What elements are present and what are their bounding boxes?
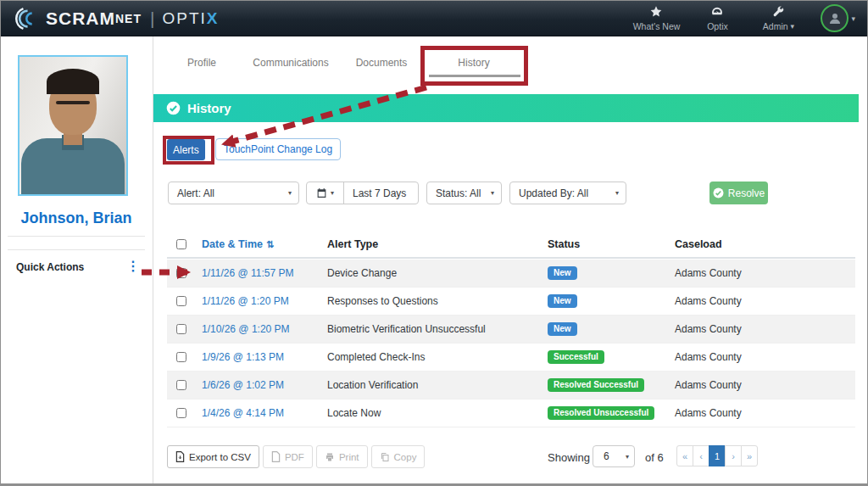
calendar-icon xyxy=(316,187,327,198)
alert-type: Locate Now xyxy=(327,407,381,419)
alert-type: Location Verification xyxy=(327,379,418,391)
col-header-date-time[interactable]: Date & Time⇅ xyxy=(202,238,274,250)
resolve-check-icon xyxy=(713,187,724,198)
nav-optix-label: Optix xyxy=(707,21,728,31)
print-button[interactable]: Print xyxy=(316,445,368,468)
sidebar-rule-1 xyxy=(8,236,145,237)
export-csv-label: Export to CSV xyxy=(189,452,251,462)
copy-icon xyxy=(380,452,390,462)
print-label: Print xyxy=(339,452,359,462)
row-checkbox[interactable] xyxy=(176,296,186,306)
history-panel-header: History xyxy=(153,94,859,122)
table-header-rule xyxy=(167,257,855,259)
page-1-button[interactable]: 1 xyxy=(709,445,726,466)
sidebar-rule-2 xyxy=(8,249,145,250)
caseload: Adams County xyxy=(675,323,742,335)
subtab-alerts[interactable]: Alerts xyxy=(167,139,205,160)
brand-net: NET xyxy=(115,12,142,25)
active-tab-underline xyxy=(429,75,520,77)
status-badge: Resolved Unsuccessful xyxy=(548,406,654,420)
select-all-checkbox[interactable] xyxy=(176,239,186,249)
scramnet-swoosh-icon xyxy=(11,6,40,31)
status-filter-select[interactable]: Status: All ▾ xyxy=(426,182,502,204)
tab-history[interactable]: History xyxy=(458,57,489,69)
row-checkbox[interactable] xyxy=(176,324,186,334)
panel-title: History xyxy=(187,101,231,115)
brand-x: X xyxy=(207,9,218,28)
page-size-select[interactable]: 6 ▾ xyxy=(593,445,635,467)
alert-date-link[interactable]: 1/11/26 @ 1:20 PM xyxy=(202,295,289,307)
nav-whats-new-label: What's New xyxy=(633,21,681,31)
table-row: 1/10/26 @ 1:20 PM Biometric Verification… xyxy=(167,316,855,344)
quick-actions-label: Quick Actions xyxy=(16,261,84,273)
resolve-button[interactable]: Resolve xyxy=(709,182,768,204)
showing-label: Showing xyxy=(548,451,590,464)
printer-icon xyxy=(325,452,335,462)
row-checkbox[interactable] xyxy=(176,268,186,278)
tab-profile[interactable]: Profile xyxy=(187,57,216,69)
check-circle-icon xyxy=(166,101,181,115)
alert-date-link[interactable]: 1/4/26 @ 4:14 PM xyxy=(202,407,284,419)
admin-caret-icon: ▾ xyxy=(791,22,795,31)
row-checkbox[interactable] xyxy=(176,380,186,390)
nav-admin-label-row: Admin▾ xyxy=(763,21,794,31)
alert-type: Device Change xyxy=(327,267,397,279)
chevron-down-icon: ▾ xyxy=(491,189,494,197)
nav-admin[interactable]: Admin▾ xyxy=(748,5,809,31)
photo-hair xyxy=(47,69,99,94)
alert-date-link[interactable]: 1/6/26 @ 1:02 PM xyxy=(202,379,284,391)
table-row: 1/11/26 @ 1:20 PM Responses to Questions… xyxy=(167,288,855,316)
alert-type: Completed Check-Ins xyxy=(327,351,425,363)
page-prev-button[interactable]: ‹ xyxy=(693,445,709,466)
avatar-caret-icon: ▾ xyxy=(851,14,855,23)
brand-logo[interactable]: SCRAM NET | OPTI X xyxy=(11,6,218,31)
alert-date-link[interactable]: 1/9/26 @ 1:13 PM xyxy=(202,351,284,363)
row-checkbox[interactable] xyxy=(176,408,186,418)
user-menu[interactable]: ▾ xyxy=(821,4,855,32)
page-next-button[interactable]: › xyxy=(725,445,742,466)
caseload: Adams County xyxy=(675,267,742,279)
status-badge: Resolved Successful xyxy=(548,378,644,392)
chevron-down-icon: ▾ xyxy=(288,189,292,197)
alert-type: Biometric Verification Unsuccessful xyxy=(327,323,486,335)
file-csv-icon xyxy=(175,451,185,462)
avatar[interactable] xyxy=(821,4,849,32)
pagination: « ‹ 1 › » xyxy=(676,445,758,466)
date-range-control[interactable]: ▾ Last 7 Days xyxy=(306,182,419,204)
alert-filter-select[interactable]: Alert: All ▾ xyxy=(168,182,299,204)
copy-button[interactable]: Copy xyxy=(371,445,426,468)
nav-optix[interactable]: Optix xyxy=(687,5,748,31)
gauge-icon xyxy=(710,5,724,19)
status-badge: New xyxy=(548,266,577,280)
pdf-button[interactable]: PDF xyxy=(263,445,313,468)
quick-actions-menu-icon[interactable]: ⋮ xyxy=(126,258,140,274)
alert-date-link[interactable]: 1/11/26 @ 11:57 PM xyxy=(202,267,293,279)
tab-communications[interactable]: Communications xyxy=(253,57,328,69)
page-last-button[interactable]: » xyxy=(741,445,758,466)
caseload: Adams County xyxy=(675,351,742,363)
calendar-dropdown[interactable]: ▾ xyxy=(307,182,344,204)
caseload: Adams County xyxy=(675,379,742,391)
alert-date-link[interactable]: 1/10/26 @ 1:20 PM xyxy=(202,323,290,335)
nav-whats-new[interactable]: What's New xyxy=(626,5,687,31)
updated-by-filter-select[interactable]: Updated By: All ▾ xyxy=(509,182,626,204)
export-csv-button[interactable]: Export to CSV xyxy=(167,445,259,468)
brand-scram: SCRAM xyxy=(46,8,115,29)
star-icon xyxy=(649,5,663,19)
subtab-touchpoint-change-log[interactable]: TouchPoint Change Log xyxy=(215,138,341,160)
resolve-label: Resolve xyxy=(728,187,765,199)
file-pdf-icon xyxy=(271,451,281,462)
status-badge: New xyxy=(548,294,577,308)
row-checkbox[interactable] xyxy=(176,352,186,362)
photo-brow xyxy=(56,101,90,104)
sort-icon[interactable]: ⇅ xyxy=(266,239,274,249)
page-first-button[interactable]: « xyxy=(676,445,693,466)
caseload: Adams County xyxy=(675,295,742,307)
status-badge: Successful xyxy=(548,350,604,364)
brand-opti: OPTI xyxy=(162,9,206,28)
client-photo xyxy=(18,55,128,196)
col-date-label: Date & Time xyxy=(202,238,263,250)
pdf-label: PDF xyxy=(285,452,304,462)
tab-documents[interactable]: Documents xyxy=(356,57,408,69)
navbar-menu: What's New Optix Admin▾ xyxy=(626,4,855,32)
